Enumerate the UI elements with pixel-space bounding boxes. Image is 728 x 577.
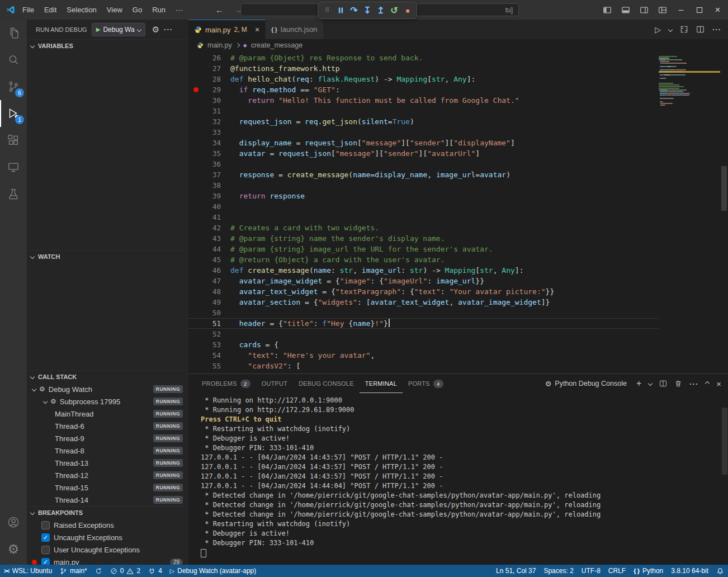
breakpoint-gutter[interactable] [188,233,203,244]
breakpoint-gutter[interactable] [188,201,203,212]
callstack-item[interactable]: Thread-6RUNNING [27,420,188,432]
breakpoint-gutter[interactable] [188,297,203,308]
panel-scrollbar[interactable] [722,408,727,475]
section-variables[interactable]: VARIABLES [27,39,188,52]
menu-go[interactable]: Go [127,0,147,20]
editor-scrollbar[interactable] [720,51,728,373]
eol-indicator[interactable]: CRLF [604,565,630,577]
activity-accounts[interactable] [0,509,27,536]
terminal-instance-picker[interactable]: ⚙ Python Debug Console [545,380,627,388]
step-over-button[interactable]: ↷ [347,3,361,18]
breakpoint-gutter[interactable] [188,116,203,127]
breakpoint-gutter[interactable] [188,308,203,318]
breakpoint-gutter[interactable] [188,254,203,265]
callstack-item[interactable]: ⚙Subprocess 17995RUNNING [27,395,188,408]
close-panel-button[interactable]: × [716,380,721,388]
terminal-picker-button[interactable] [649,382,652,385]
callstack-item[interactable]: Thread-9RUNNING [27,432,188,444]
breakpoint-gutter[interactable] [188,95,203,106]
breakpoint-gutter[interactable] [188,350,203,361]
code-editor[interactable]: 26# @param {Object} res Response to send… [188,51,728,373]
breakpoint-gutter[interactable] [188,159,203,169]
breakpoint-gutter[interactable] [188,63,203,74]
panel-tab-ports[interactable]: PORTS4 [403,374,449,393]
run-python-file-button[interactable]: ▷ [655,25,661,34]
toggle-panel-button[interactable] [616,0,635,20]
step-out-button[interactable]: ↥ [374,3,387,18]
breakpoint-gutter[interactable] [188,276,203,286]
step-into-button[interactable]: ↧ [361,3,374,18]
notifications-bell[interactable] [712,565,728,577]
stop-button[interactable]: ■ [401,3,414,18]
sync-changes-button[interactable] [91,565,106,577]
new-terminal-button[interactable]: + [636,379,641,388]
breakpoint-gutter[interactable] [188,318,203,329]
breakpoint-item[interactable]: Raised Exceptions [27,519,188,531]
menu-run[interactable]: Run [147,0,171,20]
menu-edit[interactable]: Edit [39,0,62,20]
debug-session-status[interactable]: ▷ Debug Watch (avatar-app) [166,565,260,577]
breakpoint-gutter[interactable] [188,265,203,276]
breakpoint-item[interactable]: ✓main.py29 [27,556,188,565]
open-changes-button[interactable] [680,25,688,34]
scrollbar-slider[interactable] [721,166,727,211]
more-actions-button[interactable]: ··· [712,25,721,34]
split-editor-button[interactable] [696,25,705,34]
callstack-item[interactable]: ⚙Debug WatchRUNNING [27,383,188,395]
breakpoint-gutter[interactable] [188,286,203,297]
breadcrumb[interactable]: main.py ◆ create_message [188,39,728,51]
callstack-item[interactable]: Thread-14RUNNING [27,494,188,506]
panel-tab-output[interactable]: OUTPUT [256,374,293,393]
toggle-primary-sidebar-button[interactable] [598,0,616,20]
breadcrumb-file[interactable]: main.py [207,41,232,49]
panel-tab-debug-console[interactable]: DEBUG CONSOLE [293,374,360,393]
menu-file[interactable]: File [17,0,39,20]
menu-more[interactable]: ··· [171,0,188,20]
menu-selection[interactable]: Selection [62,0,101,20]
activity-testing[interactable] [0,181,27,207]
terminal-output[interactable]: * Running on http://127.0.0.1:9000 * Run… [188,394,728,565]
activity-run-and-debug[interactable]: 1 [0,100,27,127]
breakpoint-gutter[interactable] [188,191,203,201]
maximize-button[interactable] [690,0,708,20]
start-debugging-icon[interactable]: ▶ [96,26,101,32]
activity-search[interactable] [0,46,27,73]
kill-terminal-button[interactable] [674,380,682,387]
breakpoint-checkbox[interactable] [41,521,50,529]
encoding-indicator[interactable]: UTF-8 [578,565,604,577]
indentation-indicator[interactable]: Spaces: 2 [540,565,577,577]
cursor-position[interactable]: Ln 51, Col 37 [492,565,540,577]
panel-tab-terminal[interactable]: TERMINAL [360,374,403,393]
breakpoint-gutter[interactable] [188,74,203,84]
run-dropdown-button[interactable] [669,28,672,31]
breakpoint-checkbox[interactable]: ✓ [41,558,50,565]
activity-explorer[interactable] [0,20,27,46]
callstack-item[interactable]: Thread-8RUNNING [27,444,188,457]
python-interpreter[interactable]: 3.8.10 64-bit [667,565,712,577]
activity-extensions[interactable] [0,127,27,154]
problems-indicator[interactable]: 0 2 [106,565,144,577]
go-back-button[interactable]: ← [210,5,229,15]
breakpoint-checkbox[interactable] [41,546,50,554]
breakpoint-gutter[interactable] [188,169,203,180]
breakpoint-gutter[interactable] [188,361,203,371]
restart-button[interactable]: ↺ [387,3,401,18]
more-actions-button[interactable]: ··· [689,380,698,388]
split-terminal-button[interactable] [659,380,667,387]
callstack-item[interactable]: Thread-15RUNNING [27,481,188,494]
remote-indicator[interactable]: >< WSL: Ubuntu [0,565,56,577]
activity-settings[interactable]: ⚙ [0,536,27,562]
breadcrumb-symbol[interactable]: create_message [251,41,302,49]
tab-launch-json[interactable]: { } launch.json [266,20,324,39]
language-mode[interactable]: { } Python [630,565,667,577]
launch-config-select[interactable]: ▶ Debug Wa [92,23,145,36]
breakpoint-gutter[interactable] [188,106,203,116]
section-call-stack[interactable]: CALL STACK [27,370,188,383]
activity-source-control[interactable]: 6 [0,73,27,100]
maximize-panel-button[interactable] [706,382,709,385]
tab-main-py[interactable]: main.py 2, M × [188,20,266,39]
close-button[interactable]: × [708,0,727,20]
activity-remote-explorer[interactable] [0,154,27,181]
section-watch[interactable]: WATCH [27,250,188,263]
minimap[interactable] [659,51,720,373]
